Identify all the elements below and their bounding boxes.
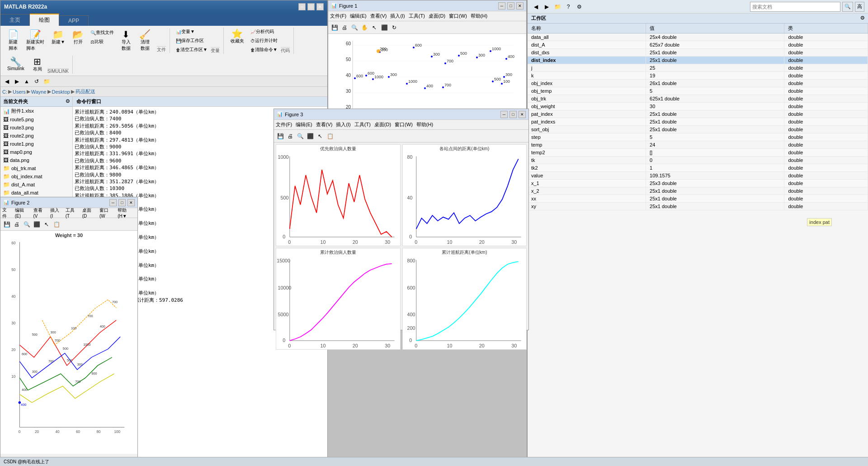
fig1-cursor-btn[interactable]: ↖ <box>370 23 379 32</box>
fig2-menu-help[interactable]: 帮助(H▼ <box>118 207 136 219</box>
fig3-menu-insert[interactable]: 插入(I) <box>336 121 350 128</box>
ws-row-tk[interactable]: tk 0 double <box>528 157 868 164</box>
fig3-menu-tools[interactable]: 工具(T) <box>354 121 371 128</box>
figure2-minimize[interactable]: ─ <box>109 199 117 206</box>
fig2-menu-file[interactable]: 文件 <box>2 207 11 219</box>
fig2-btn5[interactable]: 📋 <box>52 220 61 229</box>
fig3-zoom[interactable]: 🔍 <box>296 132 305 141</box>
figure2-maximize[interactable]: □ <box>118 199 126 206</box>
btn-clean[interactable]: 🧹 清理数据 <box>136 29 154 53</box>
ws-row-x_1[interactable]: x_1 25x3 double double <box>528 180 868 187</box>
btn-run-time[interactable]: ⏱ 运行并计时 <box>248 37 280 45</box>
ws-row-xy[interactable]: xy 25x1 double double <box>528 203 868 210</box>
ws-col-name[interactable]: 名称 <box>528 24 646 33</box>
fig3-menu-file[interactable]: 文件(F) <box>276 121 292 128</box>
tab-plot[interactable]: 绘图 <box>30 14 59 26</box>
ws-gear-btn[interactable]: ⚙ <box>575 2 584 11</box>
fig1-menu-file[interactable]: 文件(F) <box>330 13 346 19</box>
ws-col-value[interactable]: 值 <box>646 24 784 33</box>
ws-folder-btn[interactable]: 📁 <box>553 2 562 11</box>
ws-row-dist_A[interactable]: dist_A 625x7 double double <box>528 41 868 49</box>
ws-row-k[interactable]: k 19 double <box>528 72 868 80</box>
figure1-maximize[interactable]: □ <box>507 2 514 10</box>
figure3-close[interactable]: ✕ <box>519 111 526 118</box>
file-item-6[interactable]: 🖼 data.png <box>0 156 72 164</box>
file-item-8[interactable]: 📁 obj_index.mat <box>0 172 72 181</box>
close-button[interactable]: ✕ <box>316 3 324 10</box>
ws-row-pat_index[interactable]: pat_index 25x1 double double <box>528 110 868 118</box>
file-item-2[interactable]: 🖼 route3.png <box>0 124 72 132</box>
file-item-4[interactable]: 🖼 route1.png <box>0 140 72 148</box>
figure1-minimize[interactable]: ─ <box>498 2 505 10</box>
file-item-5[interactable]: 🖼 map0.png <box>0 148 72 156</box>
fig3-menu-view[interactable]: 查看(V) <box>316 121 333 128</box>
file-item-9[interactable]: 📁 dist_A.mat <box>0 181 72 189</box>
file-item-7[interactable]: 📁 obj_trk.mat <box>0 164 72 172</box>
fig1-menu-window[interactable]: 窗口(W) <box>449 13 467 19</box>
ws-row-obj_trk[interactable]: obj_trk 625x1 double double <box>528 95 868 103</box>
path-folder[interactable]: 药品配送 <box>75 88 95 95</box>
ws-settings-btn[interactable]: 高 <box>855 2 864 12</box>
ws-row-temp[interactable]: temp 24 double <box>528 141 868 149</box>
ws-row-pat_indexs[interactable]: pat_indexs 25x1 double double <box>528 118 868 126</box>
ws-row-xx[interactable]: xx 25x1 double double <box>528 195 868 203</box>
fig1-zoom-in-btn[interactable]: 🔍 <box>350 23 359 32</box>
figure2-close[interactable]: ✕ <box>127 199 135 206</box>
fig3-pan[interactable]: ⬛ <box>306 132 315 141</box>
btn-save-workspace[interactable]: 💾 保存工作区 <box>174 37 210 45</box>
fig1-pan-btn[interactable]: ✋ <box>360 23 369 32</box>
ws-row-j[interactable]: j 25 double <box>528 64 868 72</box>
ws-row-obj_temp[interactable]: obj_temp 5 double <box>528 87 868 95</box>
path-desktop[interactable]: Desktop <box>52 89 70 95</box>
fig1-menu-tools[interactable]: 工具(T) <box>409 13 425 19</box>
ws-row-obj_weight[interactable]: obj_weight 30 double <box>528 103 868 110</box>
fig1-menu-help[interactable]: 帮助(H) <box>471 13 487 19</box>
fig3-datacursor[interactable]: 📋 <box>326 132 335 141</box>
fig2-btn4[interactable]: ⬛ <box>32 220 41 229</box>
ws-row-step[interactable]: step 5 double <box>528 133 868 141</box>
fig2-btn3[interactable]: 🔍 <box>22 220 31 229</box>
ws-row-value[interactable]: value 109.1575 double <box>528 172 868 180</box>
fig2-menu-insert[interactable]: 插入(I <box>50 207 62 219</box>
fig2-menu-edit[interactable]: 编辑(E) <box>15 207 30 219</box>
up-button[interactable]: ▲ <box>22 77 31 86</box>
btn-new-dropdown[interactable]: 📁 新建▼ <box>48 29 68 47</box>
back-button[interactable]: ◀ <box>2 77 11 86</box>
fig2-menu-desktop[interactable]: 桌面(D <box>82 207 96 219</box>
path-wayne[interactable]: Wayne <box>31 89 47 95</box>
file-item-0[interactable]: 📊 附件1.xlsx <box>0 107 72 115</box>
fig1-menu-edit[interactable]: 编辑(E) <box>350 13 367 19</box>
fig3-menu-help[interactable]: 帮助(H) <box>416 121 433 128</box>
fig3-cursor[interactable]: ↖ <box>316 132 325 141</box>
btn-clear-workspace[interactable]: 🗑 清空工作区▼ <box>174 46 210 54</box>
forward-button[interactable]: ▶ <box>12 77 21 86</box>
fig1-rotate-btn[interactable]: ↻ <box>390 23 399 32</box>
figure3-maximize[interactable]: □ <box>509 111 517 118</box>
ws-search-btn[interactable]: 🔍 <box>842 2 853 12</box>
file-item-10[interactable]: 📁 data_all.mat <box>0 189 72 197</box>
ws-row-x_2[interactable]: x_2 25x1 double double <box>528 187 868 195</box>
fig3-btn2[interactable]: 🖨 <box>286 132 295 141</box>
figure3-minimize[interactable]: ─ <box>500 111 508 118</box>
fig2-btn1[interactable]: 💾 <box>2 220 11 229</box>
refresh-button[interactable]: ↺ <box>32 77 41 86</box>
btn-analyze-code[interactable]: 📈 分析代码 <box>248 28 280 36</box>
fig2-menu-window[interactable]: 窗口(W <box>99 207 114 219</box>
btn-favorites[interactable]: ⭐ 收藏夹 <box>227 28 247 46</box>
fig1-print-btn[interactable]: 🖨 <box>340 23 349 32</box>
maximize-button[interactable]: □ <box>307 3 315 10</box>
ws-row-temp2[interactable]: temp2 [] double <box>528 149 868 157</box>
workspace-search-input[interactable] <box>750 2 840 12</box>
fig1-save-btn[interactable]: 💾 <box>330 23 339 32</box>
btn-clear-cmd[interactable]: 🗑 清除命令▼ <box>248 46 280 54</box>
btn-var-dropdown[interactable]: 📊 变量▼ <box>174 28 210 36</box>
btn-open[interactable]: 📂 打开 <box>69 29 87 47</box>
ws-forward-btn[interactable]: ▶ <box>542 2 551 11</box>
folder-button[interactable]: 📁 <box>42 77 51 86</box>
fig3-btn1[interactable]: 💾 <box>276 132 285 141</box>
workspace-table-container[interactable]: 名称 值 类 data_all 25x4 double double dist_… <box>528 24 868 453</box>
figure1-close[interactable]: ✕ <box>516 2 524 10</box>
fig1-select-btn[interactable]: ⬛ <box>380 23 389 32</box>
ws-row-obj_index[interactable]: obj_index 26x1 double double <box>528 80 868 87</box>
fig1-menu-view[interactable]: 查看(V) <box>370 13 387 19</box>
